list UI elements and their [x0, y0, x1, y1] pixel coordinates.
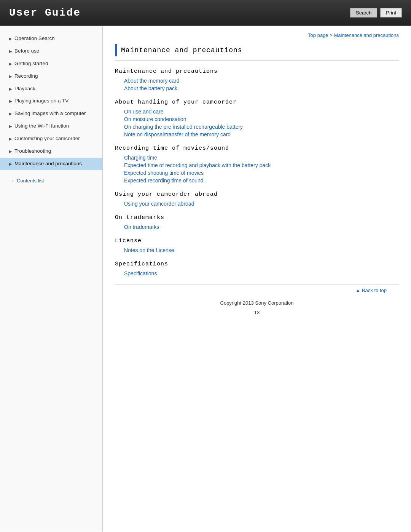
sidebar-item-customizing[interactable]: ▶ Customizing your camcorder: [0, 133, 102, 145]
section-links: On trademarks: [115, 223, 399, 231]
section-about-handling: About handling of your camcorder On use …: [115, 99, 399, 138]
arrow-icon: ▶: [9, 149, 12, 154]
section-license: License Notes on the License: [115, 238, 399, 254]
link-note-disposal[interactable]: Note on disposal/transfer of the memory …: [124, 131, 399, 138]
back-to-top-arrow-icon: ▲: [355, 288, 360, 293]
link-on-moisture[interactable]: On moisture condensation: [124, 115, 399, 123]
footer-bar: ▲ Back to top: [115, 284, 399, 296]
sidebar-item-label: Playing images on a TV: [14, 97, 96, 105]
back-to-top-label: Back to top: [362, 288, 387, 293]
breadcrumb-top-link[interactable]: Top page: [308, 32, 328, 38]
sidebar-item-label: Customizing your camcorder: [14, 135, 96, 142]
sidebar-item-label: Playback: [14, 85, 96, 93]
header: User Guide Search Print: [0, 0, 411, 26]
section-specifications: Specifications Specifications: [115, 261, 399, 277]
section-links: Charging time Expected time of recording…: [115, 154, 399, 184]
section-heading: About handling of your camcorder: [115, 99, 399, 105]
section-links: Using your camcorder abroad: [115, 200, 399, 208]
arrow-icon: ▶: [9, 86, 12, 92]
section-links: Specifications: [115, 270, 399, 277]
breadcrumb: Top page > Maintenance and precautions: [115, 32, 399, 38]
sidebar: ▶ Operation Search ▶ Before use ▶ Gettin…: [0, 26, 103, 532]
sidebar-item-label: Getting started: [14, 60, 96, 67]
app-title: User Guide: [9, 7, 81, 19]
sidebar-item-playback[interactable]: ▶ Playback: [0, 83, 102, 95]
sidebar-item-getting-started[interactable]: ▶ Getting started: [0, 58, 102, 70]
arrow-icon: ▶: [9, 49, 12, 54]
arrow-icon: ▶: [9, 124, 12, 129]
page-title-container: Maintenance and precautions: [115, 44, 399, 61]
main-layout: ▶ Operation Search ▶ Before use ▶ Gettin…: [0, 26, 411, 532]
section-maintenance-precautions: Maintenance and precautions About the me…: [115, 68, 399, 92]
link-expected-recording-playback[interactable]: Expected time of recording and playback …: [124, 161, 399, 169]
link-on-charging[interactable]: On charging the pre-installed rechargeab…: [124, 123, 399, 131]
link-expected-recording-sound[interactable]: Expected recording time of sound: [124, 177, 399, 184]
breadcrumb-separator: >: [328, 32, 334, 38]
breadcrumb-current-link[interactable]: Maintenance and precautions: [334, 32, 399, 38]
link-specifications[interactable]: Specifications: [124, 270, 399, 277]
section-heading: Maintenance and precautions: [115, 68, 399, 75]
link-on-trademarks[interactable]: On trademarks: [124, 223, 399, 231]
sidebar-item-label: Troubleshooting: [14, 148, 96, 155]
link-on-use-care[interactable]: On use and care: [124, 108, 399, 115]
section-heading: Specifications: [115, 261, 399, 267]
arrow-icon: ▶: [9, 136, 12, 142]
sidebar-item-recording[interactable]: ▶ Recording: [0, 70, 102, 83]
arrow-icon: ▶: [9, 36, 12, 42]
sidebar-item-label: Using the Wi-Fi function: [14, 123, 96, 130]
print-button[interactable]: Print: [380, 8, 402, 18]
sidebar-item-playing-images-tv[interactable]: ▶ Playing images on a TV: [0, 95, 102, 107]
sidebar-item-maintenance[interactable]: ▶ Maintenance and precautions: [0, 158, 102, 170]
link-charging-time[interactable]: Charging time: [124, 154, 399, 161]
sidebar-item-operation-search[interactable]: ▶ Operation Search: [0, 32, 102, 45]
section-heading: Recording time of movies/sound: [115, 145, 399, 152]
sidebar-item-troubleshooting[interactable]: ▶ Troubleshooting: [0, 145, 102, 158]
link-using-abroad[interactable]: Using your camcorder abroad: [124, 200, 399, 208]
header-buttons: Search Print: [350, 8, 402, 18]
sidebar-item-before-use[interactable]: ▶ Before use: [0, 45, 102, 58]
content-area: Top page > Maintenance and precautions M…: [103, 26, 411, 532]
link-about-memory-card[interactable]: About the memory card: [124, 77, 399, 85]
sidebar-item-saving-images[interactable]: ▶ Saving images with a computer: [0, 107, 102, 120]
section-links: Notes on the License: [115, 246, 399, 254]
arrow-icon: ▶: [9, 99, 12, 104]
copyright-text: Copyright 2013 Sony Corporation: [115, 296, 399, 308]
link-notes-license[interactable]: Notes on the License: [124, 246, 399, 254]
link-about-battery-pack[interactable]: About the battery pack: [124, 85, 399, 92]
section-trademarks: On trademarks On trademarks: [115, 214, 399, 231]
contents-list-link[interactable]: → Contents list: [0, 175, 102, 187]
contents-arrow-icon: →: [9, 178, 14, 184]
section-heading: Using your camcorder abroad: [115, 191, 399, 198]
section-recording-time: Recording time of movies/sound Charging …: [115, 145, 399, 184]
search-button[interactable]: Search: [350, 8, 377, 18]
section-links: On use and care On moisture condensation…: [115, 108, 399, 138]
arrow-icon: ▶: [9, 74, 12, 79]
arrow-icon: ▶: [9, 111, 12, 117]
back-to-top-link[interactable]: ▲ Back to top: [355, 288, 387, 293]
sidebar-item-label: Operation Search: [14, 35, 96, 42]
section-heading: On trademarks: [115, 214, 399, 221]
contents-list-label: Contents list: [17, 178, 44, 184]
page-title: Maintenance and precautions: [121, 46, 242, 54]
sidebar-item-label: Recording: [14, 73, 96, 80]
section-heading: License: [115, 238, 399, 244]
section-using-abroad: Using your camcorder abroad Using your c…: [115, 191, 399, 208]
sidebar-item-wifi[interactable]: ▶ Using the Wi-Fi function: [0, 120, 102, 133]
arrow-icon: ▶: [9, 61, 12, 67]
sidebar-item-label: Before use: [14, 48, 96, 55]
title-bar-decoration: [115, 44, 117, 56]
page-number: 13: [115, 308, 399, 321]
section-links: About the memory card About the battery …: [115, 77, 399, 92]
arrow-icon: ▶: [9, 161, 12, 167]
sidebar-item-label: Saving images with a computer: [14, 110, 96, 117]
link-expected-shooting-movies[interactable]: Expected shooting time of movies: [124, 169, 399, 177]
sidebar-item-label: Maintenance and precautions: [14, 160, 96, 168]
